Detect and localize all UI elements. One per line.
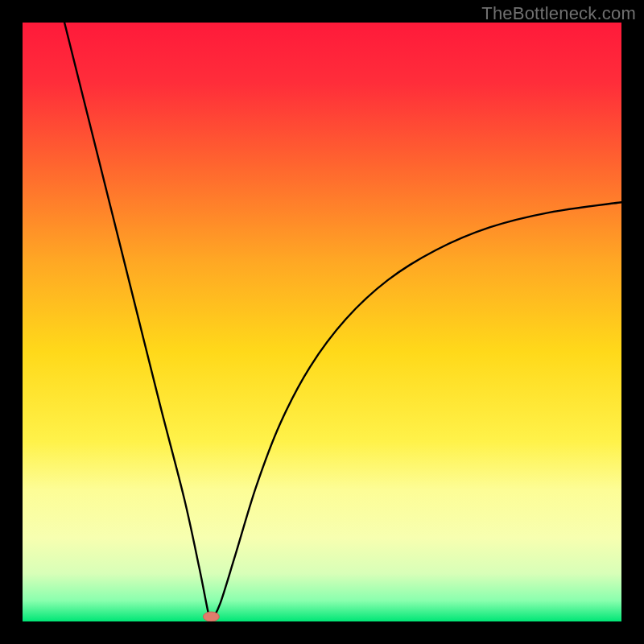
bottleneck-chart — [23, 23, 621, 621]
watermark-text: TheBottleneck.com — [481, 3, 636, 24]
minimum-marker — [203, 612, 219, 621]
chart-frame — [23, 23, 621, 621]
gradient-background — [23, 23, 621, 621]
